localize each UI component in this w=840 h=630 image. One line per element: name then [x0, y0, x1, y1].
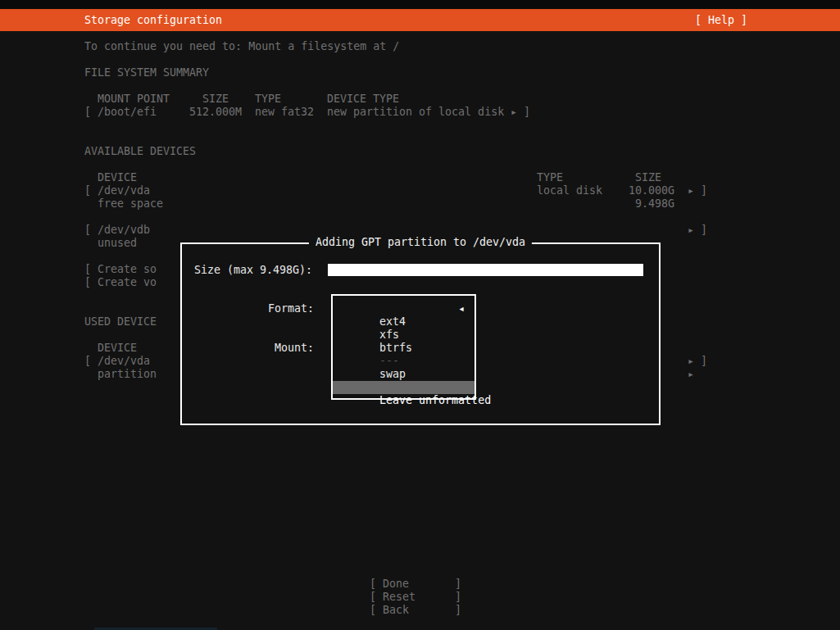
vda-type: local disk — [537, 184, 602, 197]
used-col-device: DEVICE — [98, 342, 137, 355]
size-input[interactable] — [328, 264, 643, 276]
file-system-summary-heading: FILE SYSTEM SUMMARY — [84, 66, 209, 79]
mount-field-label: Mount: — [275, 342, 314, 355]
vda-free-space-label: free space — [98, 197, 163, 211]
size-field-label: Size (max 9.498G): — [194, 264, 312, 277]
format-option-ext4[interactable]: ext4 ◂ — [333, 302, 474, 315]
fs-row-mount-point[interactable]: [ /boot/efi — [84, 106, 157, 119]
done-button[interactable]: [ Done ] — [370, 578, 461, 591]
help-button[interactable]: [ Help ] — [695, 14, 747, 27]
used-vda-partition-label[interactable]: partition — [98, 368, 157, 381]
used-vda-device[interactable]: [ /dev/vda — [84, 355, 150, 368]
add-gpt-partition-dialog: Adding GPT partition to /dev/vda Size (m… — [180, 242, 661, 425]
vda-expand-icon[interactable]: ▸ ] — [688, 184, 707, 197]
format-option-separator: --- — [333, 342, 474, 355]
used-vda-partition-expand-icon[interactable]: ▸ — [688, 368, 694, 381]
fs-col-type: TYPE — [255, 93, 281, 106]
create-volume-group-option[interactable]: [ Create vo — [84, 276, 157, 289]
available-devices-heading: AVAILABLE DEVICES — [84, 145, 196, 158]
format-option-xfs[interactable]: xfs — [333, 315, 474, 329]
vdb-state-label: unused — [98, 237, 137, 250]
fs-col-device-type: DEVICE TYPE — [327, 93, 399, 106]
used-vda-expand-icon[interactable]: ▸ ] — [688, 355, 707, 368]
vdb-expand-icon[interactable]: ▸ ] — [688, 224, 707, 237]
format-option-swap[interactable]: swap — [333, 355, 474, 368]
avail-col-type: TYPE — [537, 171, 563, 184]
format-field-label: Format: — [268, 302, 314, 315]
avail-col-size: SIZE — [635, 171, 661, 184]
fs-row-type: new fat32 — [255, 106, 314, 119]
fs-col-size: SIZE — [202, 93, 229, 106]
top-screen-strip — [0, 0, 840, 9]
vda-size: 10.000G — [629, 184, 674, 197]
vda-free-space-size: 9.498G — [635, 197, 674, 211]
avail-col-device: DEVICE — [98, 171, 137, 184]
title-bar: Storage configuration [ Help ] — [0, 9, 840, 31]
create-software-raid-option[interactable]: [ Create so — [84, 263, 157, 276]
format-option-separator: --- — [333, 368, 474, 381]
back-button[interactable]: [ Back ] — [370, 604, 461, 617]
reset-button[interactable]: [ Reset ] — [370, 591, 461, 604]
format-option-label: Leave unformatted — [379, 394, 491, 406]
used-devices-heading: USED DEVICE — [84, 315, 157, 329]
fs-row-size: 512.000M — [189, 106, 242, 119]
format-dropdown: ext4 ◂ xfs btrfs --- swap --- Leave unfo… — [331, 294, 476, 400]
format-option-leave-unformatted[interactable]: Leave unformatted — [333, 381, 474, 394]
fs-row-expand-icon[interactable]: ▸ ] — [511, 106, 530, 119]
page-title: Storage configuration — [84, 14, 222, 27]
vda-device[interactable]: [ /dev/vda — [84, 184, 150, 197]
format-option-btrfs[interactable]: btrfs — [333, 329, 474, 342]
selected-option-marker-icon: ◂ — [458, 302, 465, 315]
vdb-device[interactable]: [ /dev/vdb — [84, 224, 150, 237]
dialog-title: Adding GPT partition to /dev/vda — [309, 236, 532, 249]
continue-instruction: To continue you need to: Mount a filesys… — [84, 40, 399, 53]
fs-row-device-type: new partition of local disk — [327, 106, 504, 119]
fs-col-mount-point: MOUNT POINT — [98, 93, 170, 106]
